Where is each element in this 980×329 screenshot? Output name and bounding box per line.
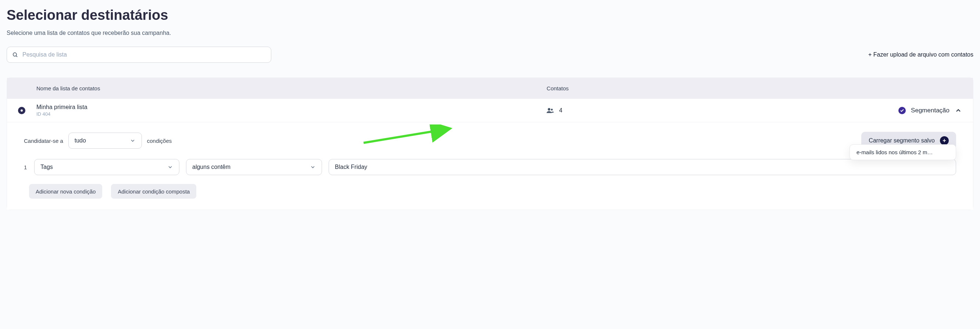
chevron-down-icon [167, 164, 173, 170]
people-icon [547, 108, 554, 113]
chevron-down-icon [130, 138, 136, 144]
chevron-up-icon [955, 107, 962, 114]
contacts-cell: 4 [547, 107, 773, 114]
match-mode-select[interactable]: tudo [68, 133, 142, 149]
segmentation-label: Segmentação [911, 107, 950, 114]
add-condition-button[interactable]: Adicionar nova condição [29, 184, 102, 199]
conditions-label: condições [147, 138, 172, 144]
svg-point-0 [13, 53, 16, 56]
svg-point-3 [551, 109, 553, 111]
condition-operator-value: alguns contêm [192, 164, 231, 170]
plus-circle-icon: + [940, 136, 949, 145]
check-circle-icon [898, 107, 906, 114]
segmentation-panel: Candidatar-se a tudo condições Carregar … [7, 122, 973, 210]
condition-operator-select[interactable]: alguns contêm [186, 159, 322, 175]
list-id: ID 404 [37, 111, 547, 117]
svg-line-1 [16, 56, 17, 57]
add-composite-condition-button[interactable]: Adicionar condição composta [111, 184, 196, 199]
header-name: Nome da lista de contatos [18, 85, 547, 92]
search-box[interactable] [6, 47, 271, 63]
list-name: Minha primeira lista [37, 104, 547, 111]
chevron-down-icon [310, 164, 316, 170]
contacts-panel: Nome da lista de contatos Contatos Minha… [6, 78, 974, 210]
page-subtitle: Selecione uma lista de contatos que rece… [6, 30, 974, 36]
table-row[interactable]: Minha primeira lista ID 404 4 Segmentaçã… [7, 99, 973, 122]
condition-field-value: Tags [40, 164, 53, 170]
condition-field-select[interactable]: Tags [34, 159, 180, 175]
search-input[interactable] [22, 51, 266, 58]
header-contacts: Contatos [547, 85, 773, 92]
upload-contacts-link[interactable]: + Fazer upload de arquivo com contatos [868, 51, 974, 58]
condition-index: 1 [24, 164, 27, 170]
load-saved-segment-label: Carregar segmento salvo [869, 137, 935, 144]
page-title: Selecionar destinatários [6, 7, 974, 23]
condition-actions: Adicionar nova condição Adicionar condiç… [24, 184, 956, 199]
saved-segment-dropdown-item[interactable]: e-mails lidos nos últimos 2 m… [850, 144, 956, 160]
search-row: + Fazer upload de arquivo com contatos [6, 47, 974, 63]
table-header: Nome da lista de contatos Contatos [7, 78, 973, 99]
radio-selected[interactable] [18, 107, 25, 114]
svg-point-2 [548, 108, 550, 111]
segmentation-toggle[interactable]: Segmentação [773, 107, 962, 114]
search-icon [12, 52, 18, 58]
condition-row: 1 Tags alguns contêm [24, 159, 956, 175]
condition-header: Candidatar-se a tudo condições Carregar … [24, 132, 956, 149]
condition-value-input[interactable] [329, 159, 956, 175]
apply-to-label: Candidatar-se a [24, 138, 63, 144]
match-mode-value: tudo [75, 137, 86, 144]
contacts-count: 4 [559, 107, 562, 114]
